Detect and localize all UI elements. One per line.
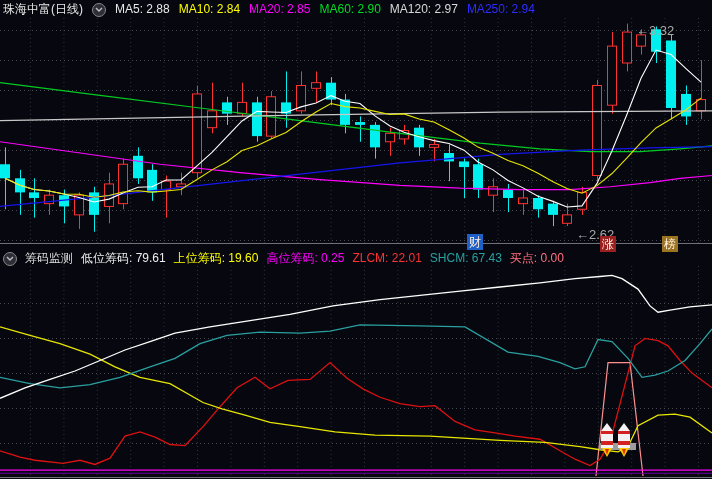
badge-bang[interactable]: 榜 bbox=[662, 236, 678, 252]
shcm-value: SHCM: 67.43 bbox=[430, 251, 502, 266]
ma20-label: MA20: 2.85 bbox=[249, 2, 310, 17]
badge-cai[interactable]: 财 bbox=[467, 234, 483, 250]
ma250-label: MA250: 2.94 bbox=[467, 2, 535, 17]
chart-bottom-border bbox=[0, 477, 712, 478]
low-chips-value: 低位筹码: 79.61 bbox=[81, 251, 166, 266]
indicator-title: 筹码监测 bbox=[25, 251, 73, 266]
buy-point-value: 买点: 0.00 bbox=[510, 251, 564, 266]
badge-zhang[interactable]: 涨 bbox=[600, 236, 616, 252]
ma60-label: MA60: 2.90 bbox=[319, 2, 380, 17]
ma5-label: MA5: 2.88 bbox=[115, 2, 170, 17]
buy-signal-rocket-icon bbox=[601, 423, 613, 457]
buy-signal-rocket-icon bbox=[618, 423, 630, 457]
top-panel-header: 珠海中富(日线) MA5: 2.88 MA10: 2.84 MA20: 2.85… bbox=[3, 2, 535, 17]
ma120-label: MA120: 2.97 bbox=[390, 2, 458, 17]
trading-app-screen: 珠海中富(日线) MA5: 2.88 MA10: 2.84 MA20: 2.85… bbox=[0, 0, 712, 479]
indicator-panel-header: 筹码监测 低位筹码: 79.61 上位筹码: 19.60 高位筹码: 0.25 … bbox=[3, 251, 564, 266]
candlestick-chart-canvas[interactable] bbox=[0, 0, 712, 246]
high-price-annotation: ←3.32 bbox=[636, 23, 674, 38]
stock-title: 珠海中富(日线) bbox=[3, 2, 83, 17]
upper-chips-value: 上位筹码: 19.60 bbox=[174, 251, 259, 266]
ma10-label: MA10: 2.84 bbox=[179, 2, 240, 17]
chevron-down-icon[interactable] bbox=[3, 252, 17, 266]
chevron-down-icon[interactable] bbox=[92, 3, 106, 17]
high-chips-value: 高位筹码: 0.25 bbox=[266, 251, 344, 266]
zlcm-value: ZLCM: 22.01 bbox=[352, 251, 421, 266]
